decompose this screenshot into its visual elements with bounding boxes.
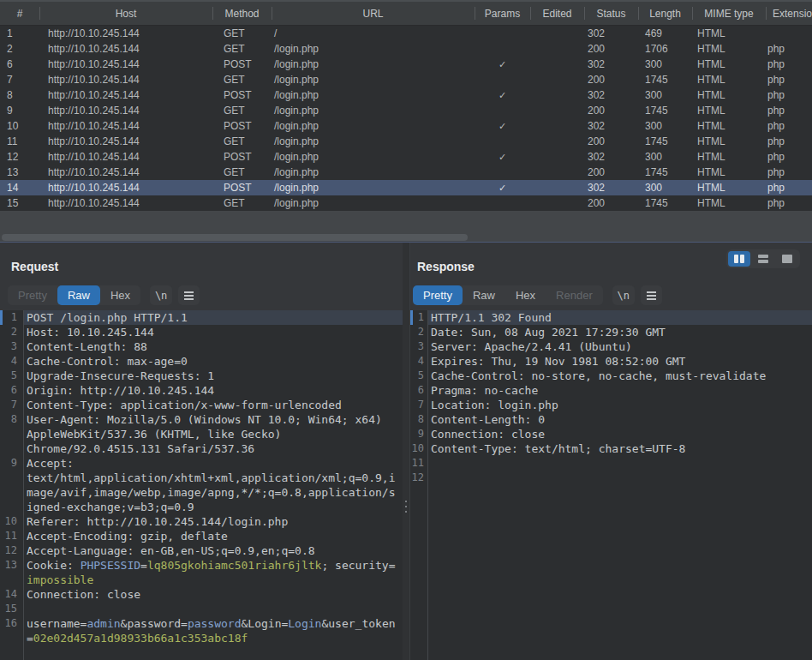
table-cell bbox=[530, 57, 584, 72]
table-row[interactable]: 2http://10.10.245.144GET/login.php200170… bbox=[0, 41, 812, 57]
table-row[interactable]: 14http://10.10.245.144POST/login.php✓302… bbox=[0, 180, 812, 195]
table-cell: 12 bbox=[0, 149, 39, 165]
table-row[interactable]: 8http://10.10.245.144POST/login.php✓3023… bbox=[0, 87, 812, 103]
table-cell bbox=[530, 118, 584, 134]
table-cell: 302 bbox=[584, 57, 638, 72]
response-panel: Response PrettyRawHexRender \n 1HTTP/1.1… bbox=[410, 243, 812, 660]
table-cell: 9 bbox=[0, 103, 39, 118]
table-cell: 300 bbox=[638, 87, 692, 103]
editor-line: 5Cache-Control: no-store, no-cache, must… bbox=[410, 369, 812, 383]
response-tab-pretty[interactable]: Pretty bbox=[413, 285, 463, 305]
table-row[interactable]: 11http://10.10.245.144GET/login.php20017… bbox=[0, 134, 812, 149]
table-cell: php bbox=[766, 134, 812, 149]
editor-line: 7Content-Type: application/x-www-form-ur… bbox=[0, 398, 403, 412]
editor-line: 12 bbox=[410, 471, 812, 485]
table-cell: 302 bbox=[584, 87, 638, 103]
request-title: Request bbox=[11, 260, 58, 273]
editor-line: mage/avif,image/webp,image/apng,*/*;q=0.… bbox=[0, 485, 403, 500]
table-row[interactable]: 13http://10.10.245.144GET/login.php20017… bbox=[0, 165, 812, 180]
layout-columns-button[interactable] bbox=[728, 251, 750, 267]
request-menu-button[interactable] bbox=[178, 285, 200, 305]
table-cell: 200 bbox=[584, 165, 638, 180]
column-header-method[interactable]: Method bbox=[212, 2, 272, 25]
table-row[interactable]: 9http://10.10.245.144GET/login.php200174… bbox=[0, 103, 812, 118]
table-row[interactable]: 10http://10.10.245.144POST/login.php✓302… bbox=[0, 118, 812, 134]
column-header-edited[interactable]: Edited bbox=[530, 2, 584, 25]
table-cell: http://10.10.245.144 bbox=[39, 87, 212, 103]
table-row[interactable]: 1http://10.10.245.144GET/302469HTML bbox=[0, 26, 812, 41]
column-header-mime-type[interactable]: MIME type bbox=[692, 2, 766, 25]
editor-line: 11 bbox=[410, 456, 812, 471]
table-row[interactable]: 7http://10.10.245.144GET/login.php200174… bbox=[0, 72, 812, 87]
table-cell: http://10.10.245.144 bbox=[39, 72, 212, 87]
request-tab-raw[interactable]: Raw bbox=[57, 285, 100, 305]
request-editor[interactable]: 1POST /login.php HTTP/1.12Host: 10.10.24… bbox=[0, 310, 403, 660]
table-cell: HTML bbox=[692, 103, 766, 118]
table-cell: http://10.10.245.144 bbox=[39, 195, 212, 211]
response-editor[interactable]: 1HTTP/1.1 302 Found2Date: Sun, 08 Aug 20… bbox=[410, 310, 812, 660]
table-cell: /login.php bbox=[272, 72, 475, 87]
column-header-status[interactable]: Status bbox=[584, 2, 638, 25]
table-cell: 13 bbox=[0, 165, 39, 180]
response-tab-hex[interactable]: Hex bbox=[505, 285, 546, 305]
table-cell: GET bbox=[212, 165, 272, 180]
table-horizontal-scrollbar[interactable] bbox=[2, 234, 468, 241]
table-cell: 469 bbox=[638, 26, 692, 41]
response-tab-raw[interactable]: Raw bbox=[463, 285, 505, 305]
editor-line: Chrome/92.0.4515.131 Safari/537.36 bbox=[0, 441, 403, 456]
table-cell: 200 bbox=[584, 41, 638, 57]
column-header-url[interactable]: URL bbox=[272, 2, 475, 25]
editor-line: 1HTTP/1.1 302 Found bbox=[410, 310, 812, 325]
request-vertical-scrollbar[interactable] bbox=[403, 243, 410, 660]
layout-single-button[interactable] bbox=[776, 251, 798, 267]
table-cell bbox=[530, 165, 584, 180]
table-cell: GET bbox=[212, 134, 272, 149]
table-cell: 11 bbox=[0, 134, 39, 149]
editor-line: impossible bbox=[0, 573, 403, 587]
editor-line: 2Date: Sun, 08 Aug 2021 17:29:30 GMT bbox=[410, 325, 812, 339]
table-row[interactable]: 15http://10.10.245.144GET/login.php20017… bbox=[0, 195, 812, 211]
request-tabbar: PrettyRawHex \n bbox=[8, 285, 200, 305]
table-cell: 200 bbox=[584, 72, 638, 87]
table-cell: HTML bbox=[692, 72, 766, 87]
table-cell bbox=[530, 26, 584, 41]
table-cell bbox=[475, 195, 530, 211]
table-cell: php bbox=[766, 57, 812, 72]
table-cell bbox=[530, 180, 584, 195]
table-cell: 1745 bbox=[638, 195, 692, 211]
proxy-history-table: #HostMethodURLParamsEditedStatusLengthMI… bbox=[0, 0, 812, 243]
table-cell: 1745 bbox=[638, 165, 692, 180]
request-show-newlines-button[interactable]: \n bbox=[150, 285, 172, 305]
response-menu-button[interactable] bbox=[641, 285, 662, 305]
table-cell: 15 bbox=[0, 195, 39, 211]
editor-line: 10Content-Type: text/html; charset=UTF-8 bbox=[410, 441, 812, 456]
request-tab-hex[interactable]: Hex bbox=[100, 285, 140, 305]
table-cell: php bbox=[766, 195, 812, 211]
column-header-length[interactable]: Length bbox=[638, 2, 692, 25]
table-cell: GET bbox=[212, 72, 272, 87]
table-cell: php bbox=[766, 149, 812, 165]
column-header-params[interactable]: Params bbox=[475, 2, 530, 25]
table-cell: HTML bbox=[692, 134, 766, 149]
table-cell: http://10.10.245.144 bbox=[39, 149, 212, 165]
table-row[interactable]: 6http://10.10.245.144POST/login.php✓3023… bbox=[0, 57, 812, 72]
editor-line: 12Accept-Language: en-GB,en-US;q=0.9,en;… bbox=[0, 543, 403, 558]
column-header-host[interactable]: Host bbox=[39, 2, 212, 25]
response-tab-render[interactable]: Render bbox=[546, 285, 603, 305]
table-cell: GET bbox=[212, 26, 272, 41]
table-cell: HTML bbox=[692, 180, 766, 195]
proxy-history-body: 1http://10.10.245.144GET/302469HTML2http… bbox=[0, 26, 812, 211]
single-pane-icon bbox=[782, 255, 792, 263]
layout-stacked-button[interactable] bbox=[752, 251, 774, 267]
editor-line: 11Accept-Encoding: gzip, deflate bbox=[0, 529, 403, 543]
editor-line: 5Upgrade-Insecure-Requests: 1 bbox=[0, 369, 403, 383]
request-tab-pretty[interactable]: Pretty bbox=[8, 285, 57, 305]
editor-line: 9Connection: close bbox=[410, 427, 812, 441]
response-show-newlines-button[interactable]: \n bbox=[612, 285, 635, 305]
table-row[interactable]: 12http://10.10.245.144POST/login.php✓302… bbox=[0, 149, 812, 165]
editor-line: =02e02d457a1d98933b66a1c353abc18f bbox=[0, 631, 403, 645]
table-cell: HTML bbox=[692, 149, 766, 165]
column-header-extension[interactable]: Extension bbox=[766, 2, 812, 25]
params-check-icon: ✓ bbox=[475, 180, 530, 195]
column-header-index[interactable]: # bbox=[0, 2, 39, 25]
